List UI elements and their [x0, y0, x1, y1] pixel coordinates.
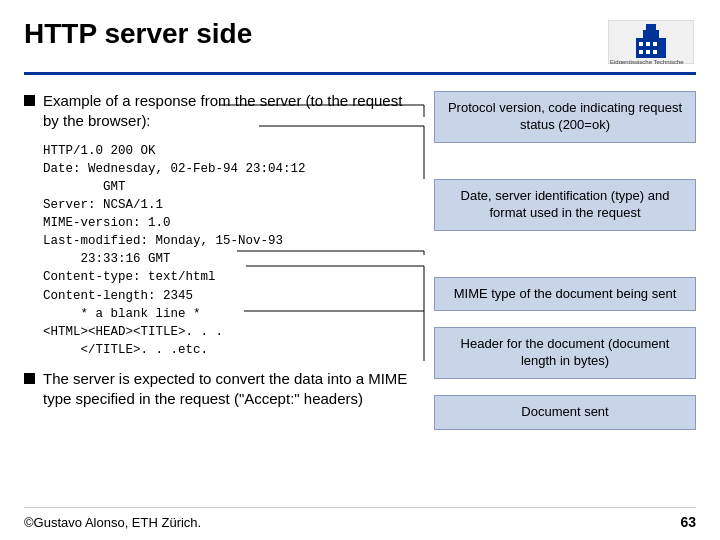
svg-rect-9 — [653, 50, 657, 54]
code-line-11: <HTML><HEAD><TITLE>. . . — [43, 323, 414, 341]
bullet-square-1 — [24, 95, 35, 106]
code-block: HTTP/1.0 200 OK Date: Wednesday, 02-Feb-… — [43, 142, 414, 360]
code-line-6: Last-modified: Monday, 15-Nov-93 — [43, 232, 414, 250]
code-line-2: Date: Wednesday, 02-Feb-94 23:04:12 — [43, 160, 414, 178]
code-line-3: GMT — [43, 178, 414, 196]
svg-rect-8 — [646, 50, 650, 54]
bullet-square-2 — [24, 373, 35, 384]
eth-logo: Eidgenössische Technische — [608, 20, 694, 64]
bullet-1-text: Example of a response from the server (t… — [43, 91, 414, 132]
info-box-4: Header for the document (document length… — [434, 327, 696, 379]
code-line-10: * a blank line * — [43, 305, 414, 323]
footer-page-number: 63 — [680, 514, 696, 530]
svg-rect-1 — [636, 38, 666, 58]
slide: HTTP server side Eidgenössische Technisc… — [0, 0, 720, 540]
svg-rect-7 — [639, 50, 643, 54]
info-box-1: Protocol version, code indicating reques… — [434, 91, 696, 143]
svg-rect-3 — [646, 24, 656, 32]
code-line-12: </TITLE>. . .etc. — [43, 341, 414, 359]
slide-title: HTTP server side — [24, 18, 252, 50]
info-box-2: Date, server identification (type) and f… — [434, 179, 696, 231]
info-box-5: Document sent — [434, 395, 696, 430]
bullet-1: Example of a response from the server (t… — [24, 91, 414, 132]
svg-rect-5 — [646, 42, 650, 46]
code-line-8: Content-type: text/html — [43, 268, 414, 286]
info-box-3: MIME type of the document being sent — [434, 277, 696, 312]
footer-copyright: ©Gustavo Alonso, ETH Zürich. — [24, 515, 201, 530]
svg-rect-6 — [653, 42, 657, 46]
svg-text:Eidgenössische Technische: Eidgenössische Technische — [610, 59, 684, 64]
slide-header: HTTP server side Eidgenössische Technisc… — [24, 18, 696, 75]
footer: ©Gustavo Alonso, ETH Zürich. 63 — [24, 507, 696, 530]
left-column: Example of a response from the server (t… — [24, 91, 424, 430]
svg-rect-4 — [639, 42, 643, 46]
logo-box: Eidgenössische Technische — [606, 18, 696, 66]
code-line-9: Content-length: 2345 — [43, 287, 414, 305]
right-column: Protocol version, code indicating reques… — [424, 91, 696, 430]
code-line-7: 23:33:16 GMT — [43, 250, 414, 268]
main-content: Example of a response from the server (t… — [24, 91, 696, 430]
bullet-2: The server is expected to convert the da… — [24, 369, 414, 410]
code-line-4: Server: NCSA/1.1 — [43, 196, 414, 214]
code-line-5: MIME-version: 1.0 — [43, 214, 414, 232]
bullet-2-text: The server is expected to convert the da… — [43, 369, 414, 410]
code-line-1: HTTP/1.0 200 OK — [43, 142, 414, 160]
